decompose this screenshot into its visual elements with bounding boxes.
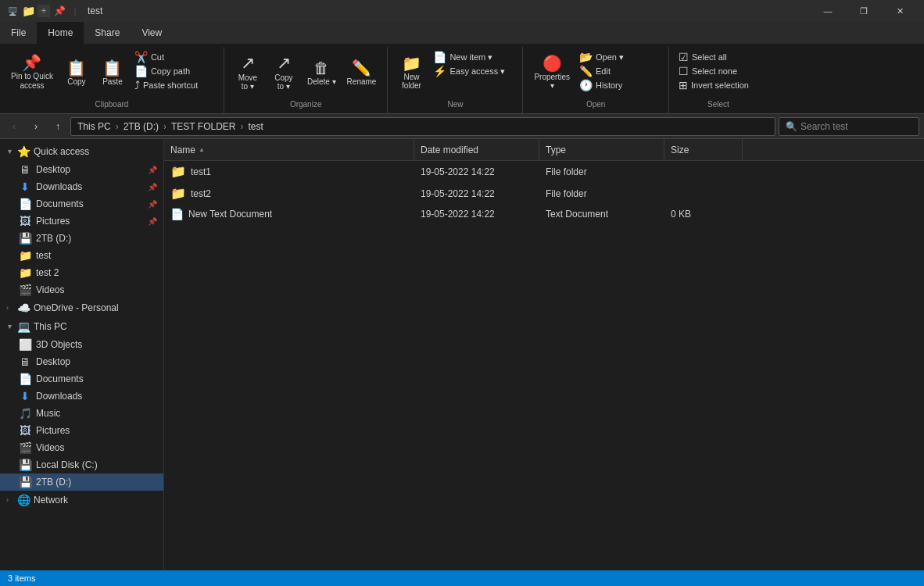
rename-button[interactable]: ✏️ Rename	[342, 50, 381, 95]
move-to-button[interactable]: ↗ Moveto ▾	[231, 50, 265, 95]
forward-button[interactable]: ›	[27, 117, 45, 136]
new-item-button[interactable]: 📄 New item ▾	[430, 50, 516, 64]
new-item-icon: 📄	[433, 52, 446, 63]
test-label: test	[36, 250, 51, 261]
copy-path-icon: 📄	[134, 66, 148, 77]
sidebar-item-test-quick[interactable]: 📁 test	[0, 247, 163, 264]
sidebar-item-documents-pc[interactable]: 📄 Documents	[0, 370, 163, 388]
3d-objects-label: 3D Objects	[36, 339, 82, 350]
col-header-size[interactable]: Size	[664, 139, 743, 160]
col-header-date[interactable]: Date modified	[414, 139, 539, 160]
addr-test[interactable]: test	[249, 121, 263, 132]
file-name: test2	[191, 188, 211, 199]
delete-label: Delete ▾	[307, 77, 336, 86]
music-pc-label: Music	[36, 408, 60, 419]
ribbon-group-open: 🔴 Properties▾ 📂 Open ▾ ✏️ Edit 🕐 History…	[523, 47, 669, 113]
delete-button[interactable]: 🗑 Delete ▾	[303, 50, 341, 95]
desktop-quick-label: Desktop	[36, 164, 70, 175]
easy-access-icon: ⚡	[433, 66, 446, 77]
local-disk-label: Local Disk (C:)	[36, 459, 98, 470]
open-button[interactable]: 📂 Open ▾	[576, 50, 662, 64]
cut-button[interactable]: ✂️ Cut	[131, 50, 217, 64]
sidebar-item-downloads-pc[interactable]: ⬇ Downloads	[0, 388, 163, 405]
window-controls: — ❐ ✕	[810, 0, 918, 22]
organize-label: Organize	[290, 100, 322, 110]
history-button[interactable]: 🕐 History	[576, 78, 662, 92]
address-bar[interactable]: This PC › 2TB (D:) › TEST FOLDER › test	[70, 117, 775, 136]
edit-icon: ✏️	[579, 66, 593, 77]
sidebar-network-header[interactable]: › 🌐 Network	[0, 491, 163, 509]
sidebar-item-videos-quick[interactable]: 🎬 Videos	[0, 281, 163, 298]
sidebar-item-downloads-quick[interactable]: ⬇ Downloads 📌	[0, 178, 163, 195]
menu-file[interactable]: File	[0, 22, 37, 44]
addr-test-folder[interactable]: TEST FOLDER	[171, 121, 235, 132]
back-button[interactable]: ‹	[5, 117, 23, 136]
sidebar-item-2tb-quick[interactable]: 💾 2TB (D:)	[0, 230, 163, 247]
paste-label: Paste	[102, 77, 123, 86]
sidebar-item-videos-pc[interactable]: 🎬 Videos	[0, 439, 163, 456]
select-none-button[interactable]: ☐ Select none	[675, 64, 761, 78]
sidebar-this-pc-header[interactable]: ▼ 💻 This PC	[0, 317, 163, 336]
menu-home[interactable]: Home	[37, 22, 84, 44]
pin-quick-access-button[interactable]: 📌 Pin to Quickaccess	[6, 50, 58, 95]
copy-button[interactable]: 📋 Copy	[59, 50, 94, 95]
network-expand-icon: ›	[6, 496, 14, 504]
pin-indicator-doc: 📌	[148, 200, 157, 209]
copy-to-button[interactable]: ↗ Copyto ▾	[267, 50, 301, 95]
maximize-button[interactable]: ❐	[846, 0, 882, 22]
sidebar-item-documents-quick[interactable]: 📄 Documents 📌	[0, 195, 163, 213]
sidebar-item-pictures-quick[interactable]: 🖼 Pictures 📌	[0, 213, 163, 230]
properties-button[interactable]: 🔴 Properties▾	[529, 50, 575, 95]
edit-button[interactable]: ✏️ Edit	[576, 64, 662, 78]
paste-shortcut-button[interactable]: ⤴ Paste shortcut	[131, 78, 217, 92]
addr-2tb[interactable]: 2TB (D:)	[124, 121, 159, 132]
edit-label: Edit	[596, 66, 611, 76]
invert-selection-button[interactable]: ⊞ Invert selection	[675, 78, 761, 92]
table-row[interactable]: 📁 test2 19-05-2022 14:22 File folder	[164, 183, 924, 205]
paste-button[interactable]: 📋 Paste	[95, 50, 130, 95]
addr-this-pc[interactable]: This PC	[77, 121, 111, 132]
file-name-cell: 📄 New Text Document	[164, 208, 414, 220]
sidebar-onedrive-header[interactable]: › ☁️ OneDrive - Personal	[0, 298, 163, 317]
up-button[interactable]: ↑	[48, 117, 67, 136]
search-box[interactable]: 🔍 Search test	[779, 117, 919, 136]
addr-sep-1: ›	[116, 121, 119, 132]
table-row[interactable]: 📄 New Text Document 19-05-2022 14:22 Tex…	[164, 205, 924, 224]
new-doc-icon-title: +	[38, 5, 50, 17]
app-icon: 🖥️	[6, 5, 19, 17]
copy-label: Copy	[67, 77, 85, 86]
menu-view[interactable]: View	[131, 22, 173, 44]
table-row[interactable]: 📁 test1 19-05-2022 14:22 File folder	[164, 161, 924, 183]
new-folder-button[interactable]: 📁 Newfolder	[394, 50, 428, 95]
copy-path-button[interactable]: 📄 Copy path	[131, 64, 217, 78]
documents-quick-label: Documents	[36, 198, 84, 209]
sidebar-item-desktop-quick[interactable]: 🖥 Desktop 📌	[0, 161, 163, 178]
ribbon-group-organize: ↗ Moveto ▾ ↗ Copyto ▾ 🗑 Delete ▾ ✏️ Rena…	[224, 47, 389, 113]
sidebar-item-pictures-pc[interactable]: 🖼 Pictures	[0, 422, 163, 439]
menu-share[interactable]: Share	[84, 22, 131, 44]
sidebar: ▼ ⭐ Quick access 🖥 Desktop 📌 ⬇ Downloads…	[0, 139, 164, 570]
sidebar-item-desktop-pc[interactable]: 🖥 Desktop	[0, 353, 163, 370]
col-header-name[interactable]: Name ▲	[164, 139, 414, 160]
onedrive-label: OneDrive - Personal	[34, 302, 119, 313]
easy-access-button[interactable]: ⚡ Easy access ▾	[430, 64, 516, 78]
sidebar-item-2tb-pc[interactable]: 💾 2TB (D:)	[0, 473, 163, 491]
minimize-button[interactable]: —	[810, 0, 846, 22]
sidebar-item-3d-objects[interactable]: ⬜ 3D Objects	[0, 336, 163, 353]
sidebar-item-test2-quick[interactable]: 📁 test 2	[0, 264, 163, 281]
file-type-cell: File folder	[539, 188, 664, 199]
sidebar-item-music-pc[interactable]: 🎵 Music	[0, 405, 163, 422]
open-label: Open	[586, 100, 605, 110]
sidebar-item-local-disk[interactable]: 💾 Local Disk (C:)	[0, 456, 163, 473]
col-size-label: Size	[671, 145, 689, 155]
close-button[interactable]: ✕	[882, 0, 918, 22]
select-all-button[interactable]: ☑ Select all	[675, 50, 761, 64]
downloads-pc-icon: ⬇	[19, 390, 31, 402]
file-date-cell: 19-05-2022 14:22	[414, 209, 539, 220]
col-header-type[interactable]: Type	[539, 139, 664, 160]
sidebar-quick-access-header[interactable]: ▼ ⭐ Quick access	[0, 142, 163, 161]
pin-indicator-pic: 📌	[148, 217, 157, 226]
file-date-cell: 19-05-2022 14:22	[414, 166, 539, 177]
select-all-label: Select all	[692, 52, 727, 62]
new-small-buttons: 📄 New item ▾ ⚡ Easy access ▾	[430, 50, 516, 78]
